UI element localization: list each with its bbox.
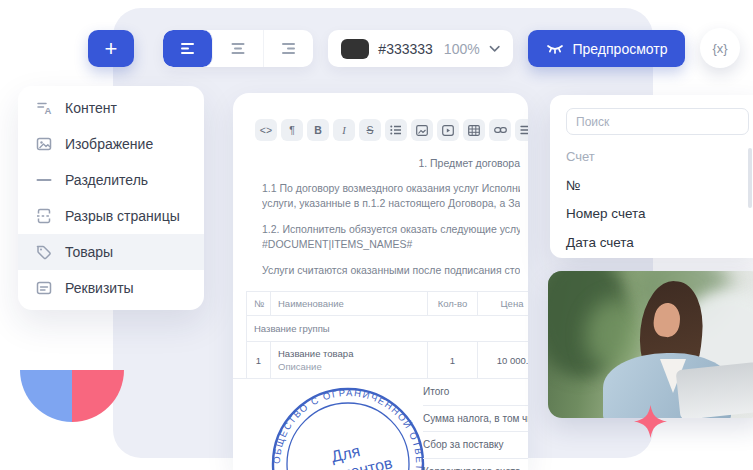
variables-dropdown: Счет № Номер счета Дата счета [550, 95, 753, 258]
decorative-quarter-blue [20, 370, 72, 422]
variable-item-invoice-number[interactable]: Номер счета [566, 206, 749, 221]
strikethrough-button[interactable]: S [359, 119, 381, 141]
insert-table-button[interactable] [463, 119, 485, 141]
cell-price: 10 000.00 [478, 342, 529, 379]
preview-button[interactable]: Предпросмотр [528, 30, 685, 67]
paragraph-line: #DOCUMENT|ITEMS_NAMES# [262, 237, 520, 252]
align-justify-icon [520, 125, 528, 135]
align-left-button[interactable] [163, 30, 213, 67]
insert-link-icon [494, 126, 507, 134]
scrollbar[interactable] [748, 148, 752, 208]
insert-link-button[interactable] [489, 119, 511, 141]
preview-button-label: Предпросмотр [573, 41, 668, 57]
insert-video-button[interactable] [437, 119, 459, 141]
total-row-itogo: Итого [423, 379, 528, 406]
variable-item-number-sign[interactable]: № [566, 178, 749, 193]
italic-icon: I [342, 125, 346, 136]
company-stamp: ОБЩЕСТВО С ОГРАНИЧЕННОЙ ОТВЕТСТВЕННОСТЬЮ… [269, 385, 427, 470]
add-block-button[interactable]: + [88, 30, 134, 67]
insert-image-button[interactable] [411, 119, 433, 141]
laptop-shape [676, 362, 753, 418]
cell-num: 1 [247, 342, 271, 379]
plus-icon: + [105, 36, 118, 62]
card-icon [35, 279, 53, 297]
variables-button[interactable]: {x} [700, 28, 740, 68]
col-header-name: Наименование [271, 292, 428, 316]
variables-button-label: {x} [712, 41, 727, 56]
paragraph-icon: ¶ [289, 124, 295, 136]
variables-group-label: Счет [566, 149, 749, 164]
insert-table-icon [468, 125, 480, 136]
align-center-button[interactable] [213, 30, 263, 67]
strikethrough-icon: S [366, 124, 373, 136]
group-row-label: Название группы [247, 316, 529, 342]
menu-item-label: Разделитель [65, 172, 148, 188]
menu-item-image[interactable]: Изображение [18, 126, 204, 162]
content-icon: A [35, 99, 53, 117]
text-color-control[interactable]: #333333 100% [328, 30, 513, 67]
page-break-icon [35, 207, 53, 225]
italic-button[interactable]: I [333, 119, 355, 141]
photo-card [548, 271, 753, 418]
bold-button[interactable]: B [307, 119, 329, 141]
menu-item-label: Реквизиты [65, 280, 134, 296]
editor-toolbar: <> ¶ B I S [233, 93, 528, 141]
divider-icon [35, 171, 53, 189]
text-align-group [163, 30, 313, 67]
item-name: Название товара [278, 348, 420, 359]
menu-item-divider[interactable]: Разделитель [18, 162, 204, 198]
document-editor: <> ¶ B I S [233, 93, 528, 470]
paragraph-button[interactable]: ¶ [281, 119, 303, 141]
align-right-button[interactable] [264, 30, 313, 67]
variable-item-invoice-date[interactable]: Дата счета [566, 235, 749, 250]
chevron-down-icon [489, 45, 500, 53]
paragraph-line: Услуги считаются оказанными после подпис… [262, 263, 520, 278]
align-right-icon [280, 42, 296, 55]
menu-item-requisites[interactable]: Реквизиты [18, 270, 204, 306]
document-paragraph: Услуги считаются оказанными после подпис… [262, 263, 520, 278]
col-header-price: Цена [478, 292, 529, 316]
list-icon [390, 125, 402, 135]
col-header-num: № [247, 292, 271, 316]
menu-item-products[interactable]: Товары [18, 234, 204, 270]
cell-qty: 1 [428, 342, 478, 379]
svg-text:A: A [45, 105, 52, 116]
col-header-qty: Кол-во [428, 292, 478, 316]
paragraph-line: услуги, указанные в п.1.2 настоящего Дог… [262, 196, 520, 211]
bold-icon: B [314, 124, 322, 136]
search-input[interactable] [566, 108, 749, 135]
code-icon: <> [260, 124, 272, 136]
insert-video-icon [442, 125, 454, 136]
total-row-tax: Сумма налога, в том числе [423, 406, 528, 433]
color-swatch[interactable] [341, 39, 369, 59]
document-heading: 1. Предмет договора [246, 157, 520, 169]
block-menu: A Контент Изображение Разделитель [18, 86, 204, 310]
total-row-correction: Корректировка счета [423, 459, 528, 470]
paragraph-line: 1.2. Исполнитель обязуется оказать следу… [262, 222, 520, 237]
opacity-value: 100% [444, 41, 480, 57]
app-window: + #333333 100% [0, 0, 753, 470]
items-table-header-row: № Наименование Кол-во Цена [247, 292, 529, 316]
image-icon [35, 135, 53, 153]
list-button[interactable] [385, 119, 407, 141]
document-content[interactable]: 1. Предмет договора 1.1 По договору возм… [233, 141, 528, 379]
cell-name: Название товара Описание [271, 342, 428, 379]
code-button[interactable]: <> [255, 119, 277, 141]
menu-item-label: Изображение [65, 136, 153, 152]
menu-item-label: Разрыв страницы [65, 208, 180, 224]
menu-item-content[interactable]: A Контент [18, 90, 204, 126]
document-paragraph: 1.2. Исполнитель обязуется оказать следу… [262, 222, 520, 252]
document-footer: ОБЩЕСТВО С ОГРАНИЧЕННОЙ ОТВЕТСТВЕННОСТЬЮ… [233, 378, 528, 470]
tag-icon [35, 243, 53, 261]
group-row: Название группы [247, 316, 529, 342]
table-row: 1 Название товара Описание 1 10 000.00 [247, 342, 529, 379]
align-center-icon [230, 42, 246, 55]
totals-block: Итого Сумма налога, в том числе Сбор за … [423, 379, 528, 470]
sparkle-shape [634, 405, 667, 438]
color-hex-value: #333333 [378, 41, 433, 57]
document-paragraph: 1.1 По договору возмездного оказания усл… [262, 181, 520, 211]
insert-image-icon [416, 125, 428, 136]
menu-item-page-break[interactable]: Разрыв страницы [18, 198, 204, 234]
align-justify-button[interactable] [515, 119, 528, 141]
menu-item-label: Контент [65, 100, 117, 116]
